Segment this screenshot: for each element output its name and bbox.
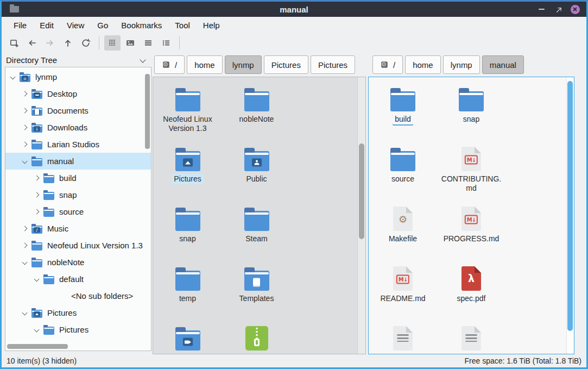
detailed-list-view-button[interactable] <box>158 35 174 51</box>
tree-item-build[interactable]: build <box>5 170 151 186</box>
left-file-item-pictures[interactable]: Pictures <box>153 139 222 199</box>
expand-chevron-icon[interactable] <box>21 224 29 233</box>
right-file-view[interactable]: buildsnapsourceM↓CONTRIBUTING.md⚙Makefil… <box>368 77 574 354</box>
menu-file[interactable]: File <box>7 18 33 32</box>
chevron-down-icon[interactable] <box>138 56 147 65</box>
collapse-chevron-icon[interactable] <box>21 309 29 317</box>
left-pane-scrollbar-thumb[interactable] <box>359 143 364 239</box>
tree-item-source[interactable]: source <box>5 203 151 220</box>
left-breadcrumb-lynmp[interactable]: lynmp <box>225 55 262 74</box>
left-breadcrumb-item[interactable]: / <box>154 55 185 74</box>
tree-item-larian-studios[interactable]: Larian Studios <box>5 136 151 153</box>
right-file-item-build[interactable]: build <box>369 79 437 139</box>
left-file-item-steam[interactable]: Steam <box>222 199 291 259</box>
refresh-button[interactable] <box>78 35 94 51</box>
right-file-item-progress-md[interactable]: M↓PROGRESS.md <box>437 199 505 259</box>
menu-go[interactable]: Go <box>91 18 115 32</box>
collapse-chevron-icon[interactable] <box>9 73 17 82</box>
expand-chevron-icon[interactable] <box>33 208 41 216</box>
sidebar-vertical-scrollbar[interactable] <box>145 74 150 149</box>
menu-view[interactable]: View <box>60 18 91 32</box>
titlebar[interactable]: manual <box>2 2 586 17</box>
new-tab-button[interactable] <box>6 35 22 51</box>
compact-view-button[interactable] <box>140 35 156 51</box>
tree-item-music[interactable]: ♪Music <box>5 220 151 237</box>
tree-item-pictures[interactable]: Pictures <box>5 304 151 321</box>
left-file-item-snap[interactable]: snap <box>153 199 222 259</box>
right-breadcrumb-home[interactable]: home <box>405 55 441 74</box>
up-button[interactable] <box>60 35 76 51</box>
maximize-button[interactable] <box>553 4 563 14</box>
tree-item-neofeud-linux-version-1-3[interactable]: Neofeud Linux Version 1.3 <box>5 237 151 254</box>
left-breadcrumb-pictures[interactable]: Pictures <box>311 55 355 74</box>
left-pathbar: /homelynmpPicturesPictures <box>153 53 366 77</box>
right-file-item-readme-md[interactable]: M↓README.md <box>369 259 437 318</box>
left-file-item-videos[interactable]: Videos <box>153 318 222 354</box>
breadcrumb-label: / <box>175 60 177 70</box>
tree-item-lynmp[interactable]: ⌂lynmp <box>5 68 151 85</box>
minimize-button[interactable] <box>536 4 546 14</box>
tree-item-downloads[interactable]: ↓Downloads <box>5 119 151 136</box>
right-file-item-makefile[interactable]: ⚙Makefile <box>369 199 437 259</box>
left-file-item-temp[interactable]: temp <box>153 259 222 318</box>
left-file-item-neofeud-linux-version-1-3[interactable]: Neofeud Linux Version 1.3 <box>153 79 222 139</box>
collapse-chevron-icon[interactable] <box>21 157 29 166</box>
collapse-chevron-icon[interactable] <box>33 275 41 284</box>
tree-item-default[interactable]: default <box>5 271 151 287</box>
folder-videos-icon <box>175 330 200 351</box>
menu-help[interactable]: Help <box>197 18 226 32</box>
right-breadcrumb-lynmp[interactable]: lynmp <box>443 55 480 74</box>
file-icon-slot <box>244 141 269 171</box>
expand-chevron-icon[interactable] <box>33 174 41 183</box>
left-file-view[interactable]: Neofeud Linux Version 1.3nobleNotePictur… <box>153 77 366 354</box>
collapse-chevron-icon[interactable] <box>21 258 29 267</box>
right-pane-scrollbar[interactable] <box>566 77 574 354</box>
tree-item-pictures[interactable]: Pictures <box>5 321 151 338</box>
back-button[interactable] <box>24 35 40 51</box>
right-file-item-contributing-md[interactable]: M↓CONTRIBUTING.md <box>437 139 505 199</box>
left-pane-scrollbar[interactable] <box>357 77 365 354</box>
tree-item-desktop[interactable]: Desktop <box>5 85 151 102</box>
sidebar-header[interactable]: Directory Tree <box>5 54 151 66</box>
left-file-item-noblenote[interactable]: nobleNote <box>222 79 291 139</box>
expand-chevron-icon[interactable] <box>21 90 29 98</box>
left-file-item-templates[interactable]: Templates <box>222 259 291 318</box>
collapse-chevron-icon[interactable] <box>33 326 41 334</box>
expand-chevron-icon[interactable] <box>21 107 29 115</box>
right-file-item-spec-pdf[interactable]: λspec.pdf <box>437 259 505 318</box>
icon-view-button[interactable] <box>104 35 121 51</box>
left-breadcrumb-pictures[interactable]: Pictures <box>264 55 308 74</box>
right-breadcrumb-manual[interactable]: manual <box>482 55 524 74</box>
right-file-item-snap[interactable]: snap <box>437 79 505 139</box>
right-breadcrumb-item[interactable]: / <box>372 55 403 74</box>
tree-item-no-sub-folders[interactable]: <No sub folders> <box>5 287 151 304</box>
file-icon-slot <box>245 320 268 351</box>
folder-icon <box>175 271 200 291</box>
sidebar-header-label: Directory Tree <box>6 55 57 65</box>
thumbnail-view-button[interactable] <box>122 35 138 51</box>
close-button[interactable] <box>570 4 580 14</box>
expand-chevron-icon[interactable] <box>21 241 29 250</box>
expand-chevron-icon[interactable] <box>21 140 29 149</box>
right-pane-scrollbar-thumb[interactable] <box>567 81 573 331</box>
expand-chevron-icon[interactable] <box>21 123 29 132</box>
left-file-item-memes-tar-gz[interactable]: memes.tar.gz <box>222 318 291 354</box>
right-file-item-spec-rst[interactable]: spec.rst <box>369 318 437 354</box>
sidebar-horizontal-scrollbar[interactable] <box>7 344 68 349</box>
expand-chevron-icon[interactable] <box>33 191 41 199</box>
menu-bookmarks[interactable]: Bookmarks <box>115 18 168 32</box>
tree-item-label: manual <box>47 157 74 166</box>
left-breadcrumb-home[interactable]: home <box>187 55 223 74</box>
menu-tool[interactable]: Tool <box>168 18 197 32</box>
tree-item-documents[interactable]: Documents <box>5 102 151 119</box>
left-file-item-public[interactable]: Public <box>222 139 291 199</box>
menu-edit[interactable]: Edit <box>33 18 60 32</box>
right-file-item-source[interactable]: source <box>369 139 437 199</box>
tree-item-label: source <box>59 207 84 216</box>
tree-item-snap[interactable]: snap <box>5 186 151 203</box>
tree-item-noblenote[interactable]: nobleNote <box>5 254 151 271</box>
folder-icon <box>31 158 42 166</box>
tree-item-manual[interactable]: manual <box>5 153 151 170</box>
folder-icon <box>31 141 42 149</box>
right-file-item-styleguide-rst[interactable]: StyleGuide.rst <box>437 318 505 354</box>
